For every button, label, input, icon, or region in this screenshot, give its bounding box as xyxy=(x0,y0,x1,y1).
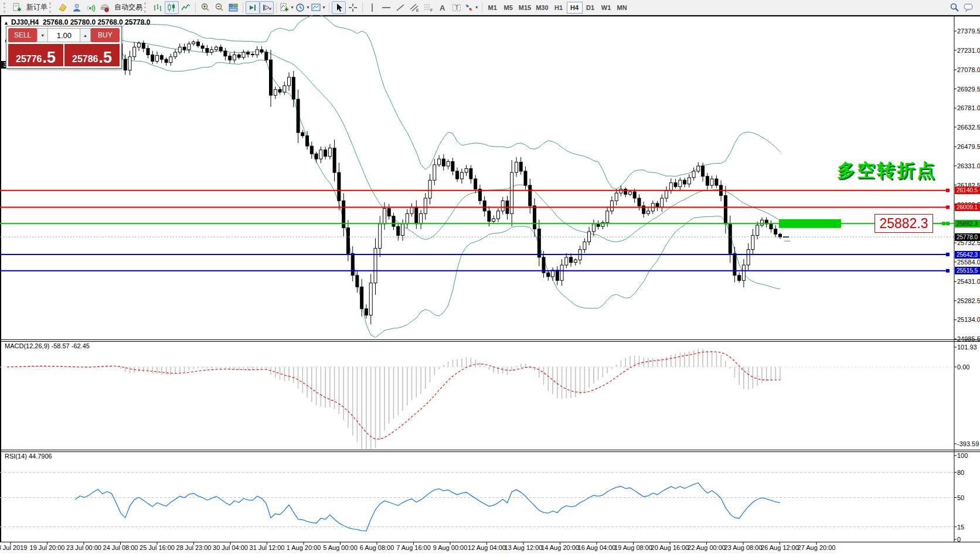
autotrading-label[interactable]: 自动交易 xyxy=(114,2,142,12)
time-axis-label: 30 Jul 04:00 xyxy=(213,544,248,551)
bar-chart-button[interactable] xyxy=(151,1,165,14)
axis-tick-label: 26781.0 xyxy=(957,104,980,111)
search-icon[interactable] xyxy=(950,3,959,12)
text-button[interactable]: A xyxy=(435,1,450,14)
tile-windows-icon xyxy=(229,3,238,12)
time-axis-label: 23 Jul 00:00 xyxy=(66,544,101,551)
tile-windows-button[interactable] xyxy=(226,1,240,14)
volume-decrease-button[interactable]: ▼ xyxy=(37,28,48,42)
cursor-button[interactable] xyxy=(332,1,346,14)
axis-tick-label: 26479.5 xyxy=(957,143,980,150)
new-order-label[interactable]: 新订单 xyxy=(26,2,47,12)
candlestick-chart-icon xyxy=(167,3,176,12)
price-level-badge: 26140.5 xyxy=(955,186,980,194)
axis-tick-label: 26331.0 xyxy=(957,162,980,169)
time-axis-label: 25 Jul 16:00 xyxy=(139,544,175,551)
new-order-icon xyxy=(12,3,22,12)
templates-dropdown[interactable]: ▼ xyxy=(311,1,326,14)
volume-input[interactable] xyxy=(48,28,80,42)
one-click-trade-panel: SELL ▼ ▲ BUY 25776 .5 25786 .5 xyxy=(6,26,122,69)
timeframe-d1[interactable]: D1 xyxy=(583,2,598,13)
zoom-out-button[interactable] xyxy=(212,1,226,14)
time-axis-label: 28 Jul 23:00 xyxy=(176,544,212,551)
price-chart-canvas[interactable] xyxy=(0,15,980,557)
trendline-icon xyxy=(396,3,405,12)
chat-icon[interactable] xyxy=(964,3,974,12)
axis-tick-label: 27379.5 xyxy=(957,28,980,35)
timeframe-m1[interactable]: M1 xyxy=(485,2,501,13)
autotrading-icon xyxy=(100,3,110,12)
timeframe-w1[interactable]: W1 xyxy=(598,2,614,13)
sell-price-fraction: .5 xyxy=(42,52,56,64)
time-axis-label: 31 Jul 12:00 xyxy=(250,544,285,551)
horizontal-line-icon xyxy=(382,3,391,12)
axis-tick-label: 26929.5 xyxy=(957,86,980,93)
signals-button[interactable] xyxy=(84,1,98,14)
buy-button[interactable]: BUY xyxy=(91,28,120,42)
chart-symbol-period: DJ30,H4 xyxy=(11,18,39,26)
autotrading-button[interactable] xyxy=(98,1,112,14)
time-axis-label: 13 Aug 12:00 xyxy=(505,544,543,551)
trendline-button[interactable] xyxy=(393,1,407,14)
text-icon: A xyxy=(438,3,447,12)
chart-shift-button[interactable] xyxy=(260,1,274,14)
time-axis-label: 14 Aug 20:00 xyxy=(541,544,579,551)
indicators-dropdown[interactable]: ▼ xyxy=(279,1,295,14)
new-order-button[interactable] xyxy=(10,1,24,14)
line-chart-icon xyxy=(181,3,190,12)
arrows-dropdown[interactable]: ▼ xyxy=(464,1,479,14)
rsi-line xyxy=(75,483,780,531)
chart-window[interactable]: ▲DJ30,H4 25768.0 25780.0 25768.0 25778.0… xyxy=(0,15,980,557)
templates-icon xyxy=(311,3,321,12)
price-level-badge: 26009.1 xyxy=(955,203,980,211)
vertical-line-button[interactable] xyxy=(365,1,379,14)
crosshair-button[interactable] xyxy=(346,1,360,14)
collapse-panel-icon[interactable]: ▲ xyxy=(4,20,9,26)
svg-text:E: E xyxy=(416,8,419,12)
axis-tick-label: 24985.5 xyxy=(957,335,980,342)
candlestick-chart-button[interactable] xyxy=(165,1,179,14)
chart-wizard-icon xyxy=(58,3,67,12)
axis-tick-label: 25134.0 xyxy=(957,316,980,323)
time-axis-label: 18 Jul 2019 xyxy=(0,544,27,551)
price-level-badge: 25882.3 xyxy=(955,220,980,227)
candlestick-series xyxy=(6,29,782,324)
buy-price-button[interactable]: 25786 .5 xyxy=(64,44,120,66)
periods-dropdown[interactable]: ▼ xyxy=(295,1,311,14)
timeframe-m30[interactable]: M30 xyxy=(533,2,550,13)
clock-icon xyxy=(295,3,305,12)
price-level-badge: 25515.5 xyxy=(955,267,980,274)
auto-scroll-icon xyxy=(248,3,257,12)
sell-price-button[interactable]: 25776 .5 xyxy=(8,44,63,66)
sell-button[interactable]: SELL xyxy=(8,28,37,42)
zoom-in-button[interactable] xyxy=(198,1,212,14)
auto-scroll-button[interactable] xyxy=(246,1,260,14)
equidistant-channel-button[interactable]: E xyxy=(407,1,421,14)
arrows-icon xyxy=(464,3,474,12)
timeframe-mn[interactable]: MN xyxy=(614,2,630,13)
timeframe-h1[interactable]: H1 xyxy=(551,2,567,13)
crosshair-icon xyxy=(348,3,358,12)
timeframe-h4[interactable]: H4 xyxy=(567,2,583,13)
text-label-button[interactable]: T xyxy=(450,1,464,14)
chart-wizard-button[interactable] xyxy=(56,1,70,14)
timeframe-m15[interactable]: M15 xyxy=(516,2,533,13)
fibonacci-button[interactable]: F xyxy=(421,1,435,14)
horizontal-line-button[interactable] xyxy=(379,1,393,14)
axis-tick-label: 27078.0 xyxy=(957,66,980,73)
time-axis-label: 19 Aug 08:00 xyxy=(614,544,652,551)
axis-tick-label: 26632.5 xyxy=(957,124,980,131)
price-callout-label[interactable]: 25882.3 xyxy=(874,214,933,233)
time-axis-label: 6 Aug 08:00 xyxy=(360,544,394,551)
timeframe-m5[interactable]: M5 xyxy=(501,2,516,13)
time-axis-label: 19 Jul 20:00 xyxy=(30,544,65,551)
volume-increase-button[interactable]: ▲ xyxy=(80,28,91,42)
profiles-button[interactable] xyxy=(70,1,84,14)
macd-indicator-label: MACD(12,26,9) -58.57 -62.45 xyxy=(5,342,90,349)
chart-annotation-text[interactable]: 多空转折点 xyxy=(837,158,937,183)
time-axis-label: 23 Aug 08:00 xyxy=(724,544,763,551)
axis-tick-label: 25584.0 xyxy=(957,259,980,266)
line-chart-button[interactable] xyxy=(179,1,193,14)
toolbar-grip[interactable] xyxy=(4,2,8,13)
current-price-badge: 25778.0 xyxy=(955,233,980,241)
